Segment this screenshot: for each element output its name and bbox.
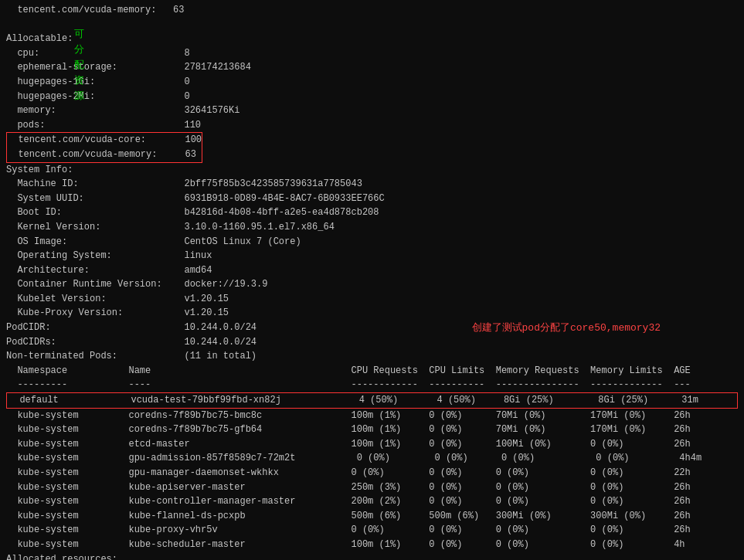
line-os-image: OS Image: CentOS Linux 7 (Core)	[6, 235, 738, 249]
line-system-info: System Info:	[6, 163, 738, 178]
line-kube-scheduler: kube-system kube-scheduler-master 100m (…	[6, 538, 738, 552]
annotation-allocatable: 可分配资源	[74, 27, 84, 105]
line-cpu: cpu: 8	[6, 46, 738, 61]
line-kube-gpu-admission: kube-system gpu-admission-857f8589c7-72m…	[6, 451, 738, 466]
podcidrs-section: PodCIDR: 10.244.0.0/24 创建了测试pod分配了core50…	[6, 321, 738, 349]
line-nonterminated: Non-terminated Pods: (11 in total)	[6, 349, 738, 364]
vcuda-box: tencent.com/vcuda-core: 100 tencent.com/…	[6, 132, 202, 162]
line-kube-coredns2: kube-system coredns-7f89b7bc75-gfb64 100…	[6, 423, 738, 437]
line-boot-id: Boot ID: b42816d-4b08-4bff-a2e5-ea4d878c…	[6, 205, 738, 220]
line-system-uuid: System UUID: 6931B918-0D89-4B4E-8AC7-6B0…	[6, 192, 738, 206]
annotation-core50: 创建了测试pod分配了core50,memory32	[472, 321, 661, 336]
terminal-output: tencent.com/vcuda-memory: 63 可分配资源 Alloc…	[0, 0, 744, 560]
line-machine-id: Machine ID: 2bff75f85b3c423585739631a778…	[6, 177, 738, 192]
line-kernel: Kernel Version: 3.10.0-1160.95.1.el7.x86…	[6, 220, 738, 235]
line-kube-proxy: Kube-Proxy Version: v1.20.15	[6, 306, 738, 321]
line-container-runtime: Container Runtime Version: docker://19.3…	[6, 277, 738, 292]
line-arch: Architecture: amd64	[6, 263, 738, 278]
line-hugepages-2mi: hugepages-2Mi: 0	[6, 90, 738, 104]
line-kube-controller: kube-system kube-controller-manager-mast…	[6, 494, 738, 509]
line-ephemeral: ephemeral-storage: 278174213684	[6, 60, 738, 75]
line-memory: memory: 32641576Ki	[6, 104, 738, 118]
line-allocated: Allocated resources:	[6, 552, 738, 560]
line-kube-coredns1: kube-system coredns-7f89b7bc75-bmc8c 100…	[6, 409, 738, 423]
line-vcuda-memory-top: tencent.com/vcuda-memory: 63	[6, 3, 738, 18]
line-kubelet: Kubelet Version: v1.20.15	[6, 292, 738, 307]
line-pods: pods: 110	[6, 118, 738, 133]
line-allocatable: Allocatable:	[6, 32, 738, 46]
line-kube-etcd: kube-system etcd-master 100m (1%) 0 (0%)…	[6, 437, 738, 452]
line-kube-flannel: kube-system kube-flannel-ds-pcxpb 500m (…	[6, 509, 738, 524]
line-default-pod: default vcuda-test-79bbf99fbd-xn82j 4 (5…	[8, 393, 736, 408]
line-vcuda-memory-alloc: tencent.com/vcuda-memory: 63	[7, 148, 202, 162]
line-kube-proxy: kube-system kube-proxy-vhr5v 0 (0%) 0 (0…	[6, 523, 738, 538]
pods-vcuda-section: pods: 110 tencent.com/vcuda-core: 100 te…	[6, 118, 738, 163]
line-podcidrs: PodCIDRs: 10.244.0.0/24	[6, 335, 738, 350]
line-kube-gpu-manager: kube-system gpu-manager-daemonset-wkhkx …	[6, 466, 738, 480]
line-table-header: Namespace Name CPU Requests CPU Limits M…	[6, 364, 738, 378]
line-kube-apiserver: kube-system kube-apiserver-master 250m (…	[6, 480, 738, 495]
line-table-dash: --------- ---- ------------ ---------- -…	[6, 378, 738, 392]
line-vcuda-core: tencent.com/vcuda-core: 100	[7, 133, 202, 148]
default-pod-box: default vcuda-test-79bbf99fbd-xn82j 4 (5…	[6, 392, 738, 409]
line-os: Operating System: linux	[6, 249, 738, 263]
line-hugepages-1gi: hugepages-1Gi: 0	[6, 75, 738, 90]
